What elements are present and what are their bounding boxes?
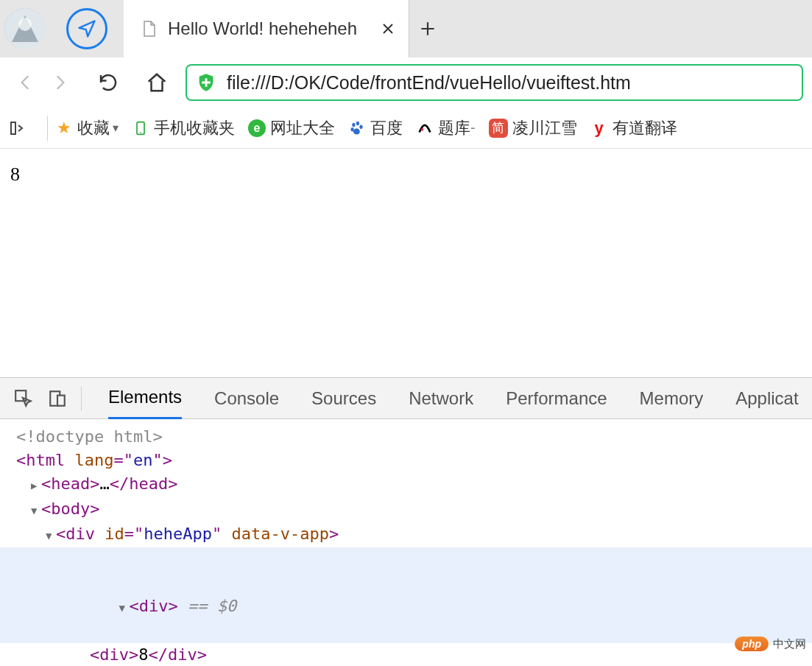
svg-point-1 [18,18,32,31]
dom-line-selected[interactable]: ••• ▼<div> == $0 [0,547,812,643]
page-file-icon [140,20,158,38]
svg-point-7 [359,125,362,129]
browser-tab-strip: Hello World! heheheheh [0,0,812,57]
bookmark-bar: ★ 收藏 ▾ 手机收藏夹 e 网址大全 百度 题库 - 简 凌川江雪 y 有道翻… [0,108,812,149]
bookmark-favorites[interactable]: ★ 收藏 ▾ [55,117,119,139]
tiku-icon [416,119,434,137]
svg-point-5 [352,122,355,127]
watermark-text: 中文网 [773,637,806,651]
bookmark-mobile-favorites[interactable]: 手机收藏夹 [132,117,235,139]
phone-icon [132,119,149,137]
svg-rect-2 [11,122,15,134]
dom-line[interactable]: <html lang="en"> [0,449,812,472]
address-bar[interactable]: file:///D:/OK/Code/frontEnd/vueHello/vue… [186,64,803,101]
star-icon: ★ [55,119,73,137]
devtools-tab-performance[interactable]: Performance [506,378,607,419]
separator [47,116,48,141]
devtools-tab-network[interactable]: Network [409,378,473,419]
bookmark-baidu[interactable]: 百度 [348,117,403,139]
tab-title: Hello World! heheheheh [168,18,378,39]
dom-line[interactable]: <div>8</div> [0,643,812,666]
360-icon: e [248,119,266,137]
url-text: file:///D:/OK/Code/frontEnd/vueHello/vue… [227,72,631,94]
dash: - [470,119,476,136]
device-toggle-icon[interactable] [44,385,71,412]
close-tab-button[interactable] [378,18,398,39]
devtools-tab-sources[interactable]: Sources [311,378,376,419]
elements-tree[interactable]: <!doctype html> <html lang="en"> ▶<head>… [0,419,812,666]
dom-line[interactable]: ▼<body> [0,497,812,522]
dom-line[interactable]: ▼<div id="heheApp" data-v-app> [0,522,812,547]
new-tab-button[interactable] [409,0,446,57]
sidebar-toggle-icon[interactable] [9,119,27,137]
svg-point-6 [356,121,359,125]
bookmark-lingchuan[interactable]: 简 凌川江雪 [489,117,577,139]
jian-icon: 简 [489,119,508,138]
dom-line[interactable]: ▶<head>…</head> [0,472,812,497]
baidu-icon [348,119,366,137]
bookmark-label: 网址大全 [270,117,335,139]
forward-button[interactable] [43,66,77,99]
bookmark-youdao[interactable]: y 有道翻译 [590,117,677,139]
bookmark-tiku[interactable]: 题库 - [416,117,476,139]
svg-rect-10 [15,390,26,401]
inspect-element-icon[interactable] [10,385,37,412]
watermark: php 中文网 [735,637,806,651]
bookmark-site-nav[interactable]: e 网址大全 [248,117,335,139]
bookmark-label: 收藏 [77,117,110,139]
browser-tab-active[interactable]: Hello World! heheheheh [124,0,409,57]
profile-avatar[interactable] [4,8,46,49]
navigation-arrow-icon[interactable] [66,8,107,49]
navigation-bar: file:///D:/OK/Code/frontEnd/vueHello/vue… [0,57,812,108]
devtools-panel: Elements Console Sources Network Perform… [0,377,812,666]
bookmark-label: 手机收藏夹 [154,117,235,139]
devtools-tab-application[interactable]: Applicat [735,378,798,419]
bookmark-label: 百度 [370,117,403,139]
svg-point-4 [140,132,141,133]
svg-rect-12 [57,395,65,405]
security-shield-icon [196,72,216,93]
devtools-tabbar: Elements Console Sources Network Perform… [0,378,812,419]
php-badge: php [735,637,769,651]
bookmark-label: 题库 [438,117,470,139]
page-text: 8 [10,164,20,185]
svg-point-9 [421,128,424,131]
bookmark-label: 有道翻译 [612,117,677,139]
devtools-tab-memory[interactable]: Memory [640,378,704,419]
selected-indicator: == $0 [178,597,236,615]
youdao-icon: y [590,119,608,137]
home-button[interactable] [140,66,174,99]
separator [81,386,82,411]
devtools-tab-console[interactable]: Console [214,378,279,419]
back-button[interactable] [9,66,43,99]
page-content: 8 [0,149,812,377]
reload-button[interactable] [91,66,125,99]
devtools-tab-elements[interactable]: Elements [108,378,182,419]
dom-line[interactable]: <!doctype html> [0,425,812,449]
bookmark-label: 凌川江雪 [512,117,577,139]
chevron-down-icon: ▾ [113,121,119,135]
